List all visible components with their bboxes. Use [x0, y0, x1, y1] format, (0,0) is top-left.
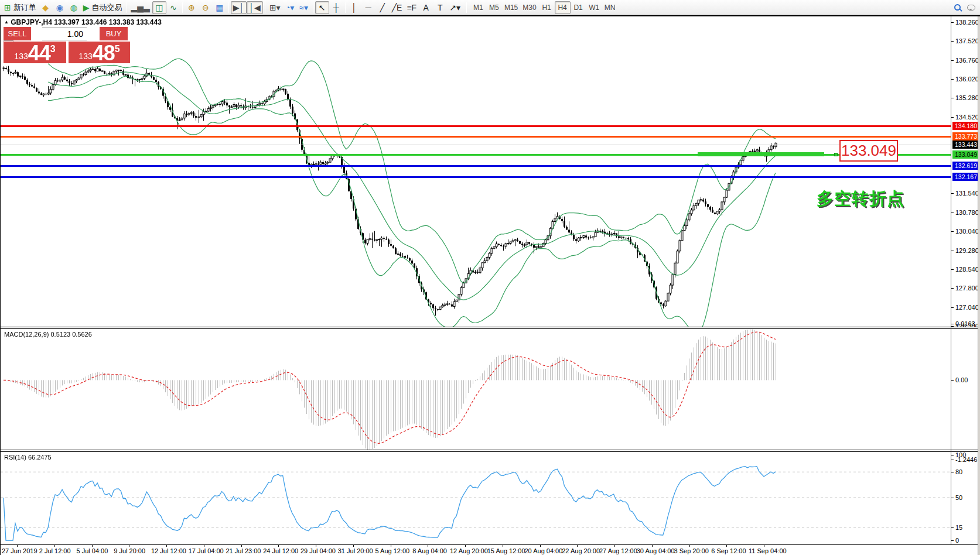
- rsi-tick-label: 0: [955, 537, 959, 544]
- sell-price-big: 44: [28, 44, 50, 63]
- vertical-line-button[interactable]: │: [347, 1, 361, 14]
- candlestick-icon: ◫: [155, 4, 163, 12]
- search-icon: [954, 4, 961, 11]
- pivot-line-highlight[interactable]: [698, 152, 824, 156]
- sell-price-prefix: 133: [14, 52, 28, 61]
- timeframe-m1[interactable]: M1: [470, 1, 486, 14]
- time-tick: [540, 545, 541, 547]
- profiles-button[interactable]: ◔▾: [283, 1, 297, 14]
- time-tick: [577, 545, 578, 547]
- new-chart-button[interactable]: ⊞▾: [267, 1, 283, 14]
- timeframe-mn[interactable]: MN: [602, 1, 618, 14]
- price-tick-label: 130.780: [955, 209, 979, 216]
- macd-tick-label: 0.00: [955, 376, 968, 383]
- new-order-icon: ⊞: [4, 4, 11, 12]
- candlestick-button[interactable]: ◫: [152, 1, 166, 14]
- cursor-button[interactable]: ↖: [315, 1, 329, 14]
- new-order-button[interactable]: ⊞新订单: [2, 1, 39, 14]
- fibonacci-icon: ≡F: [407, 4, 416, 12]
- zoom-out-icon: ⊖: [202, 4, 209, 12]
- rsi-tick-label: 100: [955, 451, 966, 458]
- buy-button[interactable]: BUY: [100, 27, 128, 40]
- horizontal-line-button[interactable]: ─: [361, 1, 375, 14]
- bar-chart-button[interactable]: ▂▅▃: [129, 1, 152, 14]
- time-tick: [503, 545, 503, 547]
- chat-button[interactable]: [964, 1, 978, 14]
- time-label: 27 Jun 2019: [2, 547, 37, 554]
- resistance-line-1[interactable]: [1, 125, 951, 127]
- fibonacci-button[interactable]: ≡F: [404, 1, 419, 14]
- current-price-line-price-label: 133.443: [952, 141, 979, 149]
- price-tick-label: 134.520: [955, 114, 979, 121]
- support-line-2[interactable]: [1, 176, 951, 178]
- timeframe-m5[interactable]: M5: [486, 1, 502, 14]
- channel-button[interactable]: ╱E: [390, 1, 405, 14]
- zoom-in-button[interactable]: ⊕: [185, 1, 199, 14]
- chat-icon: [967, 5, 975, 11]
- one-click-trading-panel: SELL ▼ ▲ BUY 133443 133485: [4, 27, 130, 63]
- metaeditor-button[interactable]: ◆: [39, 1, 53, 14]
- macd-chart-canvas[interactable]: [1, 329, 951, 450]
- time-label: 9 Jul 20:00: [114, 547, 145, 554]
- timeframe-m30[interactable]: M30: [520, 1, 538, 14]
- signals-icon: ◍: [70, 4, 77, 12]
- price-tick-label: 130.040: [955, 228, 979, 235]
- auto-scroll-icon: ▶│: [233, 4, 245, 12]
- timeframe-w1[interactable]: W1: [586, 1, 602, 14]
- chart-shift-icon: │◀: [249, 4, 261, 12]
- volume-input[interactable]: [42, 27, 87, 40]
- time-label: 8 Aug 04:00: [412, 547, 447, 554]
- time-label: 3 Sep 20:00: [674, 547, 709, 554]
- price-tick-label: 136.760: [955, 57, 979, 64]
- time-label: 30 Aug 04:00: [637, 547, 675, 554]
- chart-annotation-text[interactable]: 多空转折点: [817, 187, 904, 211]
- vertical-line-icon: │: [351, 4, 357, 12]
- auto-scroll-button[interactable]: ▶│: [231, 1, 247, 14]
- price-chart-canvas[interactable]: [1, 16, 951, 327]
- time-tick: [241, 545, 242, 547]
- market-button[interactable]: ◉: [53, 1, 67, 14]
- time-label: 17 Jul 04:00: [189, 547, 224, 554]
- time-tick: [166, 545, 167, 547]
- resistance-line-2[interactable]: [1, 136, 951, 138]
- price-tick-label: 136.020: [955, 76, 979, 83]
- search-button[interactable]: [950, 1, 964, 14]
- new-chart-icon: ⊞▾: [269, 4, 281, 12]
- price-callout-box[interactable]: 133.049: [839, 140, 898, 162]
- zoom-out-button[interactable]: ⊖: [199, 1, 213, 14]
- chart-shift-button[interactable]: │◀: [247, 1, 263, 14]
- collapse-triangle-icon[interactable]: ▲: [4, 19, 9, 25]
- timeframe-h4[interactable]: H4: [555, 1, 571, 14]
- macd-indicator-label: MACD(12,26,9) 0.5123 0.5626: [4, 331, 92, 338]
- tile-windows-button[interactable]: ▦: [213, 1, 227, 14]
- buy-price-prefix: 133: [78, 52, 92, 61]
- time-tick: [391, 545, 391, 547]
- autotrading-button[interactable]: ▶自动交易: [81, 1, 125, 14]
- timeframe-d1[interactable]: D1: [571, 1, 586, 14]
- signals-button[interactable]: ◍: [67, 1, 81, 14]
- indicators-button[interactable]: ≈▾: [297, 1, 311, 14]
- time-label: 29 Jul 04:00: [301, 547, 336, 554]
- price-tick-label: 137.520: [955, 37, 979, 44]
- trendline-button[interactable]: ╱: [375, 1, 390, 14]
- time-axis[interactable]: 27 Jun 20192 Jul 12:005 Jul 04:009 Jul 2…: [1, 544, 980, 555]
- buy-price-display[interactable]: 133485: [69, 42, 130, 63]
- text-button[interactable]: A: [419, 1, 433, 14]
- current-price-line[interactable]: [1, 145, 951, 145]
- text-label-icon: T: [438, 4, 443, 12]
- timeframe-m15[interactable]: M15: [502, 1, 520, 14]
- time-label: 5 Jul 04:00: [77, 547, 108, 554]
- timeframe-h1[interactable]: H1: [539, 1, 555, 14]
- time-tick: [764, 545, 764, 547]
- price-tick-label: 131.540: [955, 190, 979, 197]
- rsi-chart-canvas[interactable]: [1, 452, 951, 544]
- line-chart-button[interactable]: ∿: [166, 1, 180, 14]
- sell-button[interactable]: SELL: [4, 27, 31, 40]
- support-line-1[interactable]: [1, 165, 951, 167]
- sell-price-display[interactable]: 133443: [4, 42, 66, 63]
- crosshair-button[interactable]: ┼: [329, 1, 343, 14]
- horizontal-line-icon: ─: [366, 4, 371, 12]
- text-label-button[interactable]: T: [433, 1, 447, 14]
- callout-anchor-marker[interactable]: [834, 153, 838, 156]
- arrows-button[interactable]: ↗▾: [447, 1, 463, 14]
